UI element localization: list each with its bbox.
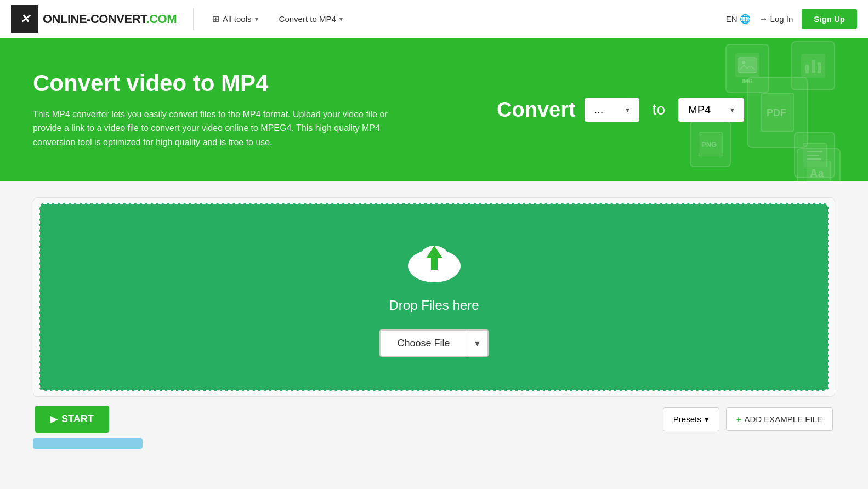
main-content: Drop Files here Choose File ▾ ▶ START Pr… — [0, 181, 868, 465]
signup-button[interactable]: Sign Up — [802, 9, 857, 29]
hero-banner: Convert video to MP4 This MP4 converter … — [0, 38, 868, 181]
to-format-value: MP4 — [688, 104, 711, 116]
bg-txt-icon — [794, 132, 835, 178]
svg-rect-3 — [801, 54, 825, 78]
svg-rect-14 — [807, 158, 821, 160]
hero-title: Convert video to MP4 — [33, 70, 406, 96]
svg-text:PNG: PNG — [701, 140, 717, 149]
bottom-bar: ▶ START Presets ▾ + ADD EXAMPLE FILE — [33, 406, 835, 433]
upload-dropzone[interactable]: Drop Files here Choose File ▾ — [39, 203, 829, 391]
to-separator-label: to — [648, 101, 670, 118]
start-play-icon: ▶ — [50, 414, 57, 424]
hero-description: This MP4 converter lets you easily conve… — [33, 107, 406, 150]
svg-rect-0 — [735, 53, 759, 77]
svg-text:Aa: Aa — [810, 167, 824, 179]
choose-file-button[interactable]: Choose File ▾ — [379, 329, 488, 357]
presets-button[interactable]: Presets ▾ — [663, 407, 719, 431]
convert-to-mp4-nav[interactable]: Convert to MP4 ▾ — [271, 10, 350, 28]
all-tools-label: All tools — [223, 14, 252, 24]
login-icon: → — [759, 14, 768, 24]
hero-left: Convert video to MP4 This MP4 converter … — [33, 70, 406, 150]
add-example-button[interactable]: + ADD EXAMPLE FILE — [726, 407, 833, 431]
nav-links: ⊞ All tools ▾ Convert to MP4 ▾ — [205, 9, 726, 29]
plus-icon: + — [736, 414, 741, 424]
logo-suffix: .COM — [146, 12, 177, 26]
drop-files-text: Drop Files here — [389, 298, 479, 313]
start-label: START — [61, 413, 94, 425]
add-example-label: ADD EXAMPLE FILE — [744, 414, 822, 424]
nav-divider — [193, 8, 194, 30]
bg-font-icon: Aa — [797, 148, 841, 181]
svg-rect-1 — [739, 58, 756, 73]
svg-point-2 — [742, 61, 745, 64]
login-label: Log In — [770, 14, 793, 24]
svg-rect-9 — [699, 132, 723, 156]
upload-container: Drop Files here Choose File ▾ — [33, 197, 835, 397]
svg-rect-15 — [807, 161, 831, 181]
bg-png-icon: PNG — [690, 121, 731, 167]
convert-to-mp4-label: Convert to MP4 — [279, 14, 336, 24]
logo-icon: ✕ — [11, 5, 38, 33]
logo[interactable]: ✕ ONLINE-CONVERT.COM — [11, 5, 177, 33]
svg-rect-11 — [803, 143, 827, 167]
to-format-chevron-icon: ▾ — [730, 105, 734, 114]
convert-label: Convert — [497, 98, 576, 122]
presets-label: Presets — [673, 414, 701, 424]
svg-rect-12 — [807, 151, 822, 152]
start-button[interactable]: ▶ START — [35, 406, 109, 433]
all-tools-nav[interactable]: ⊞ All tools ▾ — [205, 9, 266, 29]
login-button[interactable]: → Log In — [759, 14, 793, 24]
to-format-select[interactable]: MP4 ▾ — [678, 98, 744, 122]
convert-mp4-chevron-icon: ▾ — [339, 15, 343, 23]
presets-chevron-icon: ▾ — [705, 414, 709, 424]
choose-file-label: Choose File — [381, 331, 467, 356]
upload-cloud-icon — [404, 237, 464, 289]
all-tools-chevron-icon: ▾ — [255, 15, 258, 23]
logo-text: ONLINE-CONVERT.COM — [43, 12, 177, 26]
svg-rect-6 — [818, 62, 821, 73]
from-format-value: ... — [594, 104, 604, 116]
grid-icon: ⊞ — [212, 14, 219, 24]
choose-file-chevron-icon: ▾ — [467, 331, 487, 356]
svg-rect-5 — [812, 60, 815, 73]
bg-chart-icon — [791, 41, 835, 90]
hero-right: Convert ... ▾ to MP4 ▾ — [406, 98, 835, 122]
logo-x-letter: ✕ — [20, 12, 30, 26]
bg-image-icon: IMG — [725, 44, 769, 93]
svg-rect-13 — [807, 155, 819, 156]
from-format-select[interactable]: ... ▾ — [585, 98, 639, 122]
bottom-right-actions: Presets ▾ + ADD EXAMPLE FILE — [663, 407, 833, 431]
language-selector[interactable]: EN 🌐 — [726, 14, 751, 24]
navbar: ✕ ONLINE-CONVERT.COM ⊞ All tools ▾ Conve… — [0, 0, 868, 38]
from-format-chevron-icon: ▾ — [626, 105, 629, 114]
navbar-right: EN 🌐 → Log In Sign Up — [726, 9, 857, 29]
globe-icon: 🌐 — [740, 14, 751, 24]
svg-rect-4 — [805, 65, 809, 73]
bottom-partial-bar — [33, 438, 143, 449]
lang-label: EN — [726, 14, 737, 24]
